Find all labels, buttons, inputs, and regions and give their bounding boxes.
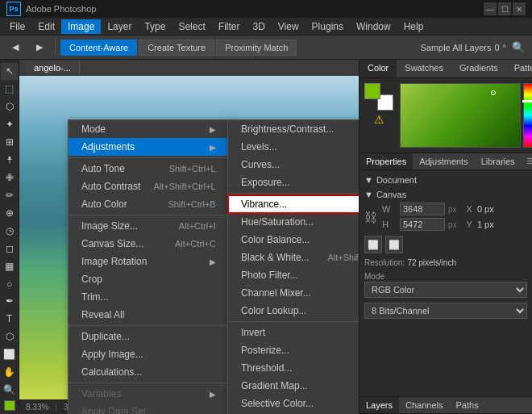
adj-color-balance[interactable]: Color Balance... Ctrl+B xyxy=(228,231,359,249)
paths-tab[interactable]: Paths xyxy=(450,397,485,413)
color-gradient-picker[interactable] xyxy=(400,83,521,148)
layers-tab[interactable]: Layers xyxy=(360,397,399,413)
menu-auto-tone[interactable]: Auto Tone Shift+Ctrl+L xyxy=(69,160,229,178)
portrait-icon[interactable]: ⬜ xyxy=(385,236,403,253)
adj-posterize[interactable]: Posterize... xyxy=(228,341,359,359)
gradient-tool[interactable]: ▦ xyxy=(1,257,19,274)
adj-brightness[interactable]: Brightness/Contrast... xyxy=(228,120,359,138)
swatches-tab[interactable]: Swatches xyxy=(397,60,451,77)
menu-image-size[interactable]: Image Size... Alt+Ctrl+I xyxy=(69,217,229,235)
menu-view[interactable]: View xyxy=(272,19,305,34)
minimize-button[interactable]: — xyxy=(484,2,497,15)
clone-tool[interactable]: ⊕ xyxy=(1,204,19,221)
menu-calculations[interactable]: Calculations... xyxy=(69,363,229,381)
width-input[interactable] xyxy=(400,203,445,215)
menu-3d[interactable]: 3D xyxy=(246,19,271,34)
adj-curves[interactable]: Curves... Ctrl+M xyxy=(228,156,359,174)
adj-levels[interactable]: Levels... Ctrl+L xyxy=(228,138,359,156)
menu-variables[interactable]: Variables ▶ xyxy=(69,385,229,403)
adj-selective-color[interactable]: Selective Color... xyxy=(228,395,359,412)
lasso-tool[interactable]: ⬡ xyxy=(1,98,19,115)
x-label: X xyxy=(467,204,472,214)
fg-color-swatch[interactable] xyxy=(364,83,380,99)
menu-auto-color[interactable]: Auto Color Shift+Ctrl+B xyxy=(69,195,229,213)
brush-tool[interactable]: ✏ xyxy=(1,186,19,203)
adj-photo-filter[interactable]: Photo Filter... xyxy=(228,266,359,284)
menu-image[interactable]: Image xyxy=(61,19,101,34)
menu-type[interactable]: Type xyxy=(138,19,172,34)
menu-mode[interactable]: Mode ▶ xyxy=(69,120,229,138)
menu-layer[interactable]: Layer xyxy=(101,19,138,34)
canvas-header[interactable]: ▼ Canvas xyxy=(364,190,527,199)
maximize-button[interactable]: ☐ xyxy=(498,2,511,15)
adj-exposure[interactable]: Exposure... xyxy=(228,174,359,191)
menu-help[interactable]: Help xyxy=(397,19,430,34)
menu-auto-contrast[interactable]: Auto Contrast Alt+Shift+Ctrl+L xyxy=(69,178,229,195)
create-texture-tab[interactable]: Create Texture xyxy=(139,40,214,56)
forward-button[interactable]: ▶ xyxy=(29,38,50,57)
menu-apply-data-set[interactable]: Apply Data Set... xyxy=(69,403,229,414)
menu-duplicate[interactable]: Duplicate... xyxy=(69,328,229,345)
menu-apply-image[interactable]: Apply Image... xyxy=(69,345,229,363)
color-spectrum-slider[interactable] xyxy=(523,83,532,148)
fg-color-tool[interactable] xyxy=(4,400,15,411)
text-tool[interactable]: T xyxy=(1,311,19,328)
menu-crop[interactable]: Crop xyxy=(69,270,229,288)
menu-filter[interactable]: Filter xyxy=(212,19,247,34)
menu-adjustments[interactable]: Adjustments ▶ xyxy=(69,138,229,156)
adj-invert[interactable]: Invert Ctrl+I xyxy=(228,324,359,341)
gradients-tab[interactable]: Gradients xyxy=(451,60,506,77)
channels-tab[interactable]: Channels xyxy=(399,397,449,413)
title-bar-controls[interactable]: — ☐ ✕ xyxy=(484,2,526,15)
menu-reveal-all[interactable]: Reveal All xyxy=(69,306,229,324)
crop-tool[interactable]: ⊞ xyxy=(1,134,19,151)
hand-tool[interactable]: ✋ xyxy=(1,364,19,381)
adj-black-white[interactable]: Black & White... Alt+Shift+Ctrl+B xyxy=(228,249,359,266)
eraser-tool[interactable]: ◻ xyxy=(1,240,19,257)
properties-tab[interactable]: Properties xyxy=(360,153,413,169)
menu-select[interactable]: Select xyxy=(172,19,211,34)
color-picker-handle[interactable] xyxy=(491,90,496,95)
adj-hue-sat[interactable]: Hue/Saturation... Ctrl+U xyxy=(228,213,359,231)
magic-wand-tool[interactable]: ✦ xyxy=(1,116,19,133)
pen-tool[interactable]: ✒ xyxy=(1,293,19,310)
adj-vibrance[interactable]: Vibrance... xyxy=(228,195,359,213)
search-button[interactable]: 🔍 xyxy=(509,39,527,56)
select-tool[interactable]: ⬚ xyxy=(1,81,19,98)
menu-edit[interactable]: Edit xyxy=(31,19,61,34)
menu-window[interactable]: Window xyxy=(350,19,397,34)
adj-gradient-map[interactable]: Gradient Map... xyxy=(228,377,359,395)
path-tool[interactable]: ⬡ xyxy=(1,328,19,345)
history-tool[interactable]: ◷ xyxy=(1,222,19,239)
heal-tool[interactable]: ✙ xyxy=(1,169,19,186)
libraries-tab[interactable]: Libraries xyxy=(475,153,522,169)
menu-trim[interactable]: Trim... xyxy=(69,288,229,306)
menu-canvas-size[interactable]: Canvas Size... Alt+Ctrl+C xyxy=(69,235,229,253)
back-button[interactable]: ◀ xyxy=(5,38,26,57)
mode-dropdown[interactable]: RGB Color CMYK Color Grayscale xyxy=(364,282,527,298)
height-input[interactable] xyxy=(400,218,445,231)
menu-plugins[interactable]: Plugins xyxy=(305,19,350,34)
dodge-tool[interactable]: ○ xyxy=(1,275,19,292)
menu-image-rotation[interactable]: Image Rotation ▶ xyxy=(69,253,229,270)
link-icon[interactable]: ⛓ xyxy=(364,211,377,225)
bit-depth-dropdown[interactable]: 8 Bits/Channel 16 Bits/Channel 32 Bits/C… xyxy=(364,303,527,319)
proximity-match-tab[interactable]: Proximity Match xyxy=(216,40,297,56)
canvas-tab-item[interactable]: angelo-... xyxy=(26,61,80,74)
adj-color-lookup[interactable]: Color Lookup... xyxy=(228,302,359,320)
adj-threshold[interactable]: Threshold... xyxy=(228,359,359,377)
eyedropper-tool[interactable]: 🖈 xyxy=(1,152,19,169)
close-button[interactable]: ✕ xyxy=(513,2,526,15)
zoom-tool[interactable]: 🔍 xyxy=(1,382,19,399)
color-tab[interactable]: Color xyxy=(360,60,397,77)
properties-menu[interactable]: ☰ xyxy=(522,153,532,169)
move-tool[interactable]: ↖ xyxy=(1,63,19,80)
menu-file[interactable]: File xyxy=(3,19,31,34)
adjustments-tab[interactable]: Adjustments xyxy=(413,153,475,169)
content-aware-tab[interactable]: Content-Aware xyxy=(60,40,137,56)
shape-tool[interactable]: ⬜ xyxy=(1,346,19,363)
document-header[interactable]: ▼ Document xyxy=(364,175,527,185)
landscape-icon[interactable]: ⬜ xyxy=(364,236,382,253)
patterns-tab[interactable]: Patterns xyxy=(506,60,532,77)
adj-channel-mixer[interactable]: Channel Mixer... xyxy=(228,284,359,302)
